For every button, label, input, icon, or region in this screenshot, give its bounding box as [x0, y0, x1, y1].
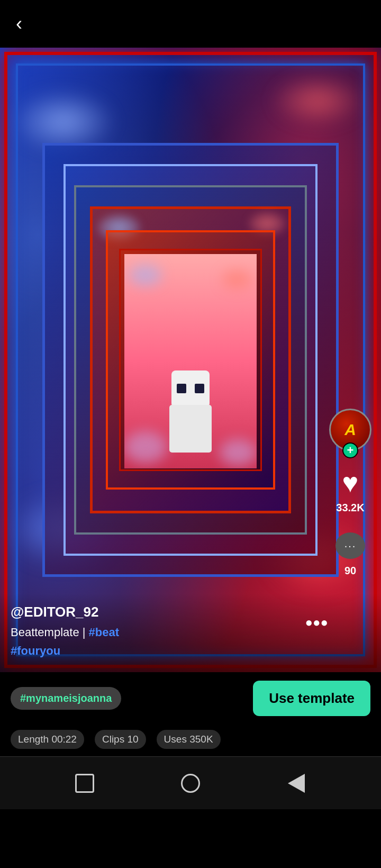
- video-description: Beattemplate | #beat: [11, 625, 328, 641]
- square-icon: [75, 774, 94, 793]
- more-options-button[interactable]: ●●●: [305, 615, 329, 630]
- right-sidebar: A + ♥ 33.2K 90: [329, 409, 371, 577]
- follow-button[interactable]: +: [342, 442, 358, 458]
- circle-icon: [181, 774, 200, 793]
- hashtag-fouryou-text[interactable]: #fouryou: [11, 644, 60, 657]
- avengers-logo: A: [344, 421, 356, 439]
- triangle-icon: [288, 774, 305, 793]
- comment-count: 90: [344, 565, 356, 577]
- creator-avatar[interactable]: A +: [329, 409, 371, 451]
- description-text: Beattemplate |: [11, 626, 85, 639]
- video-container: A + ♥ 33.2K 90 @EDITOR_92 Beattemplate |…: [0, 48, 381, 672]
- uses-label: Uses 350K: [157, 730, 221, 749]
- metadata-bar: Length 00:22 Clips 10 Uses 350K: [0, 725, 381, 756]
- like-button[interactable]: ♥ 33.2K: [334, 467, 366, 514]
- clips-label: Clips 10: [95, 730, 146, 749]
- like-count: 33.2K: [336, 502, 364, 514]
- nav-back-button[interactable]: [283, 770, 310, 797]
- nav-square-button[interactable]: [71, 770, 98, 797]
- comment-button[interactable]: 90: [334, 530, 366, 577]
- hashtag-beat[interactable]: #beat: [89, 626, 119, 639]
- nav-home-button[interactable]: [177, 770, 204, 797]
- frame-blue: [16, 64, 365, 656]
- length-label: Length 00:22: [11, 730, 84, 749]
- heart-shape: ♥: [342, 469, 359, 496]
- top-bar: ‹: [0, 0, 381, 48]
- hashtag-pill[interactable]: #mynameisjoanna: [11, 687, 121, 710]
- back-button[interactable]: ‹: [16, 14, 22, 33]
- bottom-navigation: [0, 756, 381, 809]
- bottom-action-bar: #mynameisjoanna Use template: [0, 672, 381, 725]
- video-info-overlay: @EDITOR_92 Beattemplate | #beat #fouryou…: [0, 593, 381, 672]
- comment-icon-wrap: [334, 530, 366, 562]
- comment-bubble-icon: [335, 532, 365, 559]
- hashtag-fouryou: #fouryou: [11, 643, 328, 659]
- use-template-button[interactable]: Use template: [253, 681, 370, 716]
- heart-icon: ♥: [334, 467, 366, 499]
- creator-username[interactable]: @EDITOR_92: [11, 604, 328, 620]
